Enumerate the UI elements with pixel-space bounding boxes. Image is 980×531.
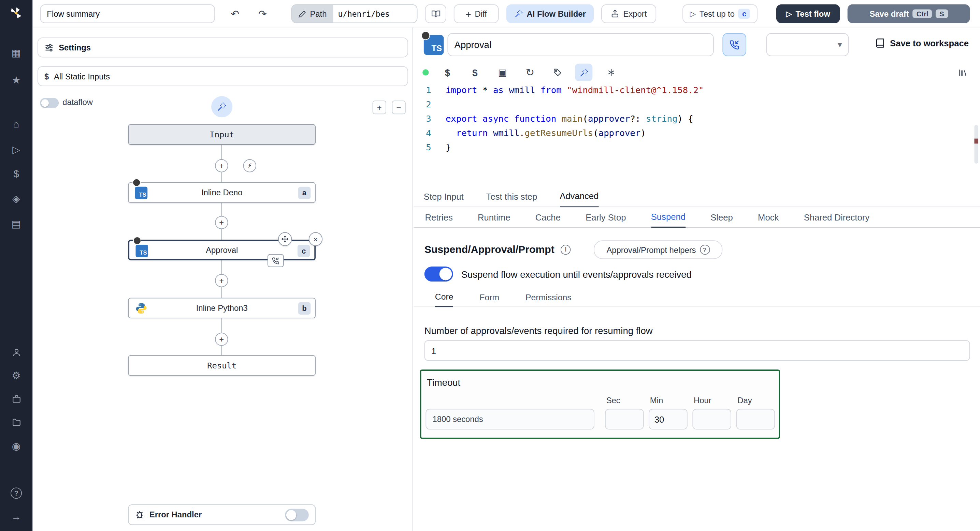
apps-icon[interactable]: ▦ bbox=[9, 45, 24, 60]
node-input-label: Input bbox=[129, 125, 315, 144]
test-flow-button[interactable]: ▷ Test flow bbox=[776, 5, 840, 23]
approval-prompt-helpers-button[interactable]: Approval/Prompt helpers ? bbox=[594, 240, 722, 259]
code-editor[interactable]: 12345 import * as wmill from "windmill-c… bbox=[414, 82, 980, 187]
tab-sleep[interactable]: Sleep bbox=[710, 212, 733, 227]
tab-retries[interactable]: Retries bbox=[425, 212, 452, 227]
node-result[interactable]: Result bbox=[128, 355, 315, 376]
tab-suspend[interactable]: Suspend bbox=[651, 212, 686, 228]
tab-early-stop[interactable]: Early Stop bbox=[585, 212, 626, 227]
template-select[interactable]: ▾ bbox=[767, 33, 849, 56]
help-icon[interactable]: ? bbox=[11, 487, 22, 499]
docs-button[interactable] bbox=[425, 5, 446, 23]
error-handler-button[interactable]: Error Handler bbox=[128, 504, 315, 525]
node-inline-python[interactable]: Inline Python3 b bbox=[128, 298, 315, 318]
package-icon[interactable]: ▣ bbox=[494, 64, 511, 81]
audit-logs-eye-icon[interactable]: ◉ bbox=[9, 438, 24, 453]
flow-settings-button[interactable]: Settings bbox=[38, 38, 408, 58]
undo-icon[interactable]: ↶ bbox=[228, 6, 243, 21]
tab-shared-directory[interactable]: Shared Directory bbox=[804, 212, 869, 227]
resources-dollar-icon[interactable]: $ bbox=[466, 64, 484, 81]
folders-icon[interactable] bbox=[9, 414, 24, 430]
timeout-group: Timeout Sec Min Hour Day bbox=[420, 369, 780, 439]
approvals-count-input[interactable] bbox=[425, 340, 970, 361]
move-step-button[interactable] bbox=[278, 232, 292, 246]
timeout-hour-input[interactable] bbox=[692, 409, 731, 430]
delete-step-button[interactable]: × bbox=[309, 232, 323, 246]
diff-button[interactable]: + Diff bbox=[454, 5, 499, 23]
node-inline-python-label: Inline Python3 bbox=[129, 298, 315, 318]
tag-icon[interactable] bbox=[549, 64, 566, 81]
save-draft-label: Save draft bbox=[869, 9, 909, 18]
export-button[interactable]: Export bbox=[601, 5, 656, 23]
path-segment[interactable]: Path bbox=[292, 5, 333, 22]
ai-assistant-wand-icon[interactable] bbox=[575, 64, 592, 81]
code-gutter: 12345 bbox=[414, 83, 431, 155]
favorites-star-icon[interactable]: ★ bbox=[9, 72, 24, 87]
sliders-icon bbox=[45, 43, 54, 52]
users-icon[interactable] bbox=[9, 345, 24, 360]
node-input[interactable]: Input bbox=[128, 124, 315, 144]
runs-icon[interactable]: ▷ bbox=[9, 142, 24, 157]
error-handler-toggle[interactable] bbox=[285, 509, 309, 521]
settings-gear-icon[interactable]: ⚙ bbox=[9, 368, 24, 383]
timeout-seconds-input[interactable] bbox=[425, 409, 594, 430]
book-icon bbox=[875, 38, 885, 48]
editor-scrollbar[interactable] bbox=[974, 125, 978, 163]
app-sidebar: ▦ ★ ⌂ ▷ $ ◈ ▤ ⚙ ◉ ? → bbox=[0, 0, 32, 531]
toggle-knob bbox=[41, 99, 49, 107]
zoom-out-button[interactable]: − bbox=[392, 101, 406, 114]
code-lines[interactable]: import * as wmill from "windmill-client@… bbox=[445, 83, 967, 155]
reload-icon[interactable]: ↻ bbox=[522, 64, 539, 81]
tab-mock[interactable]: Mock bbox=[758, 212, 779, 227]
test-up-to-button[interactable]: ▷ Test up to c bbox=[682, 5, 757, 23]
tab-runtime[interactable]: Runtime bbox=[478, 212, 511, 227]
save-to-workspace-button[interactable]: Save to workspace bbox=[875, 38, 969, 48]
variables-icon[interactable]: $ bbox=[9, 166, 24, 182]
tab-step-input[interactable]: Step Input bbox=[424, 192, 464, 206]
expand-sidebar-icon[interactable]: → bbox=[9, 510, 24, 525]
insert-step-button[interactable]: + bbox=[215, 333, 228, 346]
home-icon[interactable]: ⌂ bbox=[9, 117, 24, 132]
dataflow-toggle[interactable] bbox=[40, 98, 59, 108]
library-icon[interactable] bbox=[954, 64, 971, 81]
flow-summary-input[interactable] bbox=[40, 5, 215, 23]
timeout-min-input[interactable] bbox=[649, 409, 687, 430]
save-draft-button[interactable]: Save draft Ctrl S bbox=[848, 5, 970, 23]
zoom-in-button[interactable]: + bbox=[372, 101, 386, 114]
windmill-logo[interactable] bbox=[8, 5, 25, 21]
all-static-inputs-button[interactable]: $ All Static Inputs bbox=[38, 66, 408, 86]
suspend-heading-row: Suspend/Approval/Prompt i bbox=[425, 243, 571, 255]
suspend-phone-button[interactable] bbox=[722, 33, 746, 56]
tab-test-this-step[interactable]: Test this step bbox=[486, 192, 538, 206]
step-name-input[interactable] bbox=[447, 33, 713, 56]
test-up-to-label: Test up to bbox=[700, 9, 735, 18]
path-control[interactable]: Path u/henri/bes bbox=[291, 5, 418, 23]
suspend-toggle[interactable] bbox=[425, 266, 453, 282]
ai-wand-button[interactable] bbox=[211, 96, 232, 117]
node-inline-deno[interactable]: TS Inline Deno a bbox=[128, 182, 315, 203]
timeout-day-input[interactable] bbox=[737, 409, 775, 430]
timeout-sec-input[interactable] bbox=[605, 409, 644, 430]
schedules-icon[interactable]: ▤ bbox=[9, 216, 24, 231]
insert-step-button[interactable]: + bbox=[215, 274, 228, 287]
step-annotation-icon bbox=[132, 179, 141, 187]
workers-icon[interactable] bbox=[9, 391, 24, 406]
asterisk-icon[interactable] bbox=[603, 64, 620, 81]
tab-core[interactable]: Core bbox=[435, 292, 453, 307]
tab-advanced[interactable]: Advanced bbox=[560, 191, 598, 207]
resources-icon[interactable]: ◈ bbox=[9, 191, 24, 206]
variables-icon[interactable]: $ bbox=[439, 64, 456, 81]
insert-step-button[interactable]: + bbox=[215, 159, 228, 172]
insert-step-button[interactable]: + bbox=[215, 216, 228, 229]
info-icon[interactable]: i bbox=[561, 244, 571, 254]
tab-cache[interactable]: Cache bbox=[535, 212, 561, 227]
approvals-count-label: Number of approvals/events required for … bbox=[425, 325, 653, 336]
help-circle-icon: ? bbox=[700, 245, 710, 255]
tab-form[interactable]: Form bbox=[479, 293, 499, 306]
trigger-lightning-button[interactable]: ⚡ bbox=[243, 159, 256, 172]
ai-flow-builder-button[interactable]: AI Flow Builder bbox=[506, 5, 594, 23]
save-to-workspace-label: Save to workspace bbox=[890, 38, 969, 48]
tab-permissions[interactable]: Permissions bbox=[525, 293, 571, 306]
suspend-heading: Suspend/Approval/Prompt bbox=[425, 243, 555, 255]
redo-icon[interactable]: ↷ bbox=[255, 6, 270, 21]
